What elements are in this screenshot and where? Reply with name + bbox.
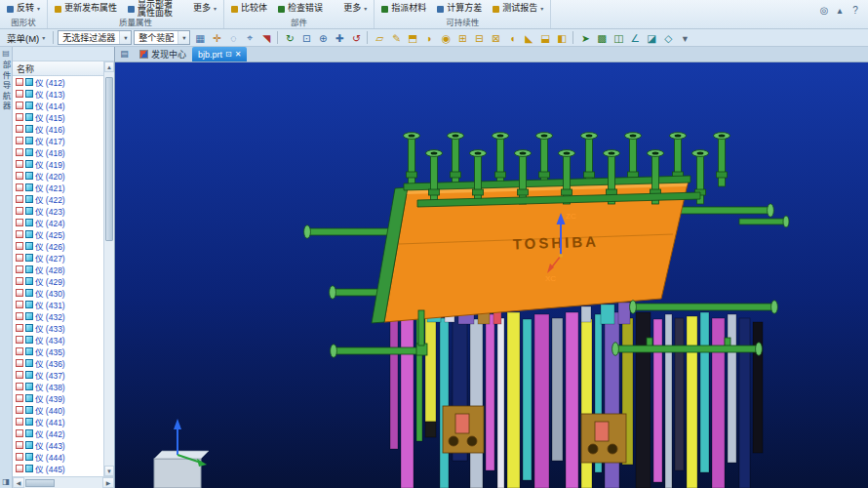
extrude-icon[interactable]: ⬒ bbox=[405, 30, 420, 45]
pattern-feature-icon[interactable]: ▩ bbox=[594, 30, 610, 45]
mirror-feature-icon[interactable]: ◫ bbox=[611, 30, 626, 45]
navigator-item[interactable]: 仪 (428) bbox=[13, 264, 103, 275]
help-icon[interactable]: ? bbox=[848, 3, 862, 17]
navigator-item[interactable]: 仪 (434) bbox=[13, 334, 103, 346]
scrollbar-thumb[interactable] bbox=[25, 479, 55, 487]
navigator-item[interactable]: 仪 (432) bbox=[13, 310, 103, 322]
navigator-horizontal-scrollbar[interactable]: ◀ ▶ bbox=[13, 476, 114, 488]
tab-discovery-center[interactable]: 发现中心 bbox=[134, 47, 192, 61]
navigator-item[interactable]: 仪 (415) bbox=[13, 111, 103, 123]
ribbon-button[interactable]: 指派材料 bbox=[377, 4, 433, 13]
shell-icon[interactable]: ⬓ bbox=[537, 30, 553, 45]
trim-body-icon[interactable]: ◧ bbox=[554, 30, 570, 45]
navigator-item[interactable]: 仪 (436) bbox=[13, 357, 103, 369]
navigator-item[interactable]: 仪 (431) bbox=[13, 299, 103, 310]
navigator-item[interactable]: 仪 (429) bbox=[13, 275, 103, 287]
navigator-item[interactable]: 仪 (442) bbox=[13, 427, 103, 439]
navigator-item[interactable]: 仪 (419) bbox=[13, 158, 103, 170]
section-view-icon[interactable]: ◪ bbox=[644, 30, 659, 45]
shaded-view-icon[interactable]: ◇ bbox=[660, 30, 676, 45]
tab-bjb-prt[interactable]: bjb.prt ⊡ ✕ bbox=[192, 47, 247, 61]
navigator-item[interactable]: 仪 (424) bbox=[13, 217, 103, 228]
navigator-panel-title[interactable]: 部件导航器 bbox=[0, 61, 12, 112]
navigator-item[interactable]: 仪 (412) bbox=[13, 76, 103, 88]
navigator-item[interactable]: 仪 (439) bbox=[13, 392, 103, 404]
selection-filter-dropdown[interactable]: 无选择过滤器 ▾ bbox=[58, 30, 132, 45]
navigator-item[interactable]: 仪 (423) bbox=[13, 205, 103, 217]
navigator-item[interactable]: 仪 (433) bbox=[13, 322, 103, 334]
sketch-icon[interactable]: ✎ bbox=[388, 30, 404, 45]
ribbon-button[interactable]: 更多 ▾ bbox=[179, 4, 220, 13]
navigator-item[interactable]: 仪 (425) bbox=[13, 228, 103, 240]
tab-list-icon[interactable]: ▤ bbox=[117, 47, 132, 61]
navigator-item[interactable]: 仪 (416) bbox=[13, 123, 103, 135]
scrollbar-thumb[interactable] bbox=[105, 77, 113, 241]
navigator-item[interactable]: 仪 (435) bbox=[13, 346, 103, 357]
ribbon-button[interactable]: 反转 ▾ bbox=[3, 4, 44, 13]
navigator-item[interactable]: 仪 (427) bbox=[13, 252, 103, 264]
toolbar-separator[interactable] bbox=[365, 30, 371, 45]
navigator-column-header[interactable]: 名称 bbox=[13, 61, 103, 76]
fit-window-icon[interactable]: ⊡ bbox=[298, 30, 314, 45]
navigator-item[interactable]: 仪 (430) bbox=[13, 287, 103, 299]
snap-point-icon[interactable]: ⌖ bbox=[242, 30, 257, 45]
ribbon-button[interactable]: 计算方差 bbox=[433, 4, 489, 13]
navigator-item[interactable]: 仪 (420) bbox=[13, 170, 103, 182]
ribbon-button[interactable]: 检查错误 bbox=[274, 4, 330, 13]
viewport-3d-canvas[interactable]: TOSHIBA bbox=[115, 62, 868, 488]
touch-mode-icon[interactable]: ✛ bbox=[209, 30, 224, 45]
toolbar-separator[interactable] bbox=[571, 30, 576, 45]
scrollbar-track[interactable] bbox=[104, 72, 114, 466]
navigator-vertical-scrollbar[interactable]: ▲ ▼ bbox=[103, 61, 114, 476]
pan-view-icon[interactable]: ✚ bbox=[332, 30, 347, 45]
ejector-pins[interactable] bbox=[390, 312, 763, 488]
navigator-item[interactable]: 仪 (438) bbox=[13, 381, 103, 392]
select-filter-icon[interactable]: ▦ bbox=[192, 30, 208, 45]
menu-button[interactable]: 菜单(M) ▾ bbox=[3, 30, 49, 46]
refresh-view-icon[interactable]: ↻ bbox=[282, 30, 297, 45]
scroll-up-icon[interactable]: ▲ bbox=[104, 61, 114, 72]
navigator-item[interactable]: 仪 (440) bbox=[13, 404, 103, 416]
more-tools-icon[interactable]: ▾ bbox=[677, 30, 692, 45]
unite-icon[interactable]: ⊞ bbox=[454, 30, 470, 45]
intersect-icon[interactable]: ⊠ bbox=[488, 30, 503, 45]
navigator-item[interactable]: 仪 (422) bbox=[13, 193, 103, 205]
ribbon-button[interactable]: 更多 ▾ bbox=[330, 4, 371, 13]
measure-icon[interactable]: ∠ bbox=[627, 30, 643, 45]
panel-resize-icon[interactable]: ◨ bbox=[2, 477, 10, 486]
ribbon-button[interactable]: 比较体 bbox=[227, 4, 274, 13]
scroll-right-icon[interactable]: ▶ bbox=[102, 477, 114, 488]
toolbar-separator[interactable] bbox=[275, 30, 281, 45]
scroll-left-icon[interactable]: ◀ bbox=[13, 477, 24, 488]
panel-menu-icon[interactable]: ▤ bbox=[2, 49, 10, 58]
datum-plane-icon[interactable]: ▱ bbox=[372, 30, 387, 45]
magnet-icon[interactable]: ◥ bbox=[258, 30, 274, 45]
minimize-ribbon-icon[interactable]: ▴ bbox=[833, 3, 847, 17]
navigator-item[interactable]: 仪 (417) bbox=[13, 135, 103, 146]
subtract-icon[interactable]: ⊟ bbox=[471, 30, 487, 45]
navigator-item[interactable]: 仪 (414) bbox=[13, 100, 103, 111]
edge-blend-icon[interactable]: ◖ bbox=[504, 30, 520, 45]
navigator-item[interactable]: 仪 (443) bbox=[13, 439, 103, 451]
navigator-item[interactable]: 仪 (421) bbox=[13, 182, 103, 193]
move-object-icon[interactable]: ➤ bbox=[577, 30, 593, 45]
assembly-scope-dropdown[interactable]: 整个装配 ▾ bbox=[134, 30, 190, 45]
ribbon-button[interactable]: 更新发布属性 bbox=[51, 4, 124, 13]
navigator-item[interactable]: 仪 (437) bbox=[13, 369, 103, 381]
find-command-icon[interactable]: ◎ bbox=[817, 3, 831, 17]
navigator-item[interactable]: 仪 (445) bbox=[13, 463, 103, 474]
zoom-in-icon[interactable]: ⊕ bbox=[315, 30, 331, 45]
lasso-select-icon[interactable]: ◌ bbox=[225, 30, 241, 45]
rotate-view-icon[interactable]: ↺ bbox=[348, 30, 364, 45]
scroll-down-icon[interactable]: ▼ bbox=[104, 466, 114, 476]
ribbon-button[interactable]: 显示部署 属性面板 bbox=[124, 0, 179, 18]
navigator-item[interactable]: 仪 (441) bbox=[13, 416, 103, 427]
navigator-item[interactable]: 仪 (444) bbox=[13, 451, 103, 463]
revolve-icon[interactable]: ◗ bbox=[421, 30, 437, 45]
close-tab-icon[interactable]: ✕ bbox=[235, 50, 242, 59]
pin-tab-icon[interactable]: ⊡ bbox=[225, 50, 232, 59]
viewport[interactable]: TOSHIBA bbox=[115, 62, 868, 488]
ribbon-button[interactable]: 测试报告 ▾ bbox=[489, 4, 547, 13]
navigator-item[interactable]: 仪 (418) bbox=[13, 146, 103, 158]
chamfer-icon[interactable]: ◣ bbox=[521, 30, 536, 45]
